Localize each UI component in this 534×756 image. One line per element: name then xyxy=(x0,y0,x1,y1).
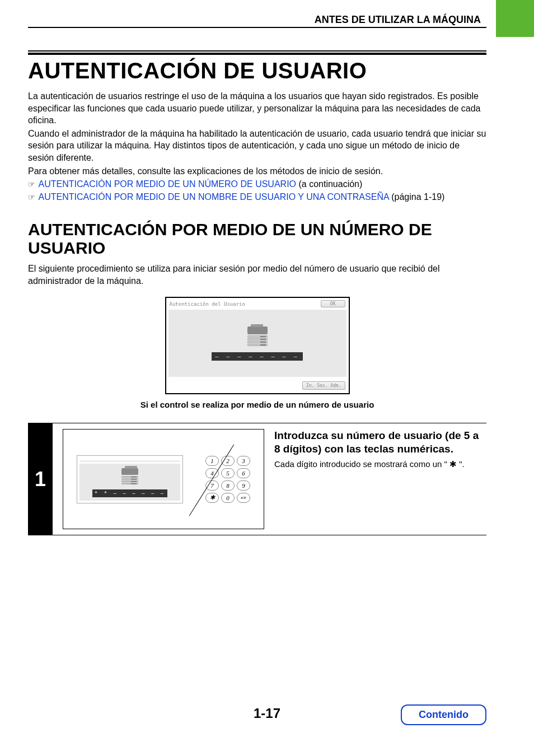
key-9[interactable]: 9 xyxy=(237,480,250,491)
key-1[interactable]: 1 xyxy=(205,456,219,466)
reference-line-2: ☞ AUTENTICACIÓN POR MEDIO DE UN NOMBRE D… xyxy=(28,191,486,203)
printer-icon xyxy=(245,326,270,347)
mini-screen: * * — — — — — — xyxy=(77,455,183,503)
title-rule xyxy=(28,50,486,55)
section-intro: El siguiente procedimiento se utiliza pa… xyxy=(28,263,486,287)
page-color-tab xyxy=(496,0,534,37)
section-header: ANTES DE UTILIZAR LA MÁQUINA xyxy=(315,14,481,26)
reference-icon: ☞ xyxy=(28,193,35,202)
key-star[interactable]: ✱ xyxy=(205,493,219,503)
reference-link-1[interactable]: AUTENTICACIÓN POR MEDIO DE UN NÚMERO DE … xyxy=(39,179,296,189)
step-illustration: * * — — — — — — 1 2 3 4 5 6 7 8 9 ✱ 0 #/… xyxy=(63,429,264,529)
panel-title: Autenticación del Usuario xyxy=(170,301,245,307)
screenshot-caption: Si el control se realiza por medio de un… xyxy=(28,400,486,409)
step-row: 1 * * — — — — — — 1 2 3 4 5 6 xyxy=(28,423,486,535)
auth-screenshot-panel: Autenticación del Usuario OK — — — — — —… xyxy=(165,297,350,394)
key-6[interactable]: 6 xyxy=(237,468,250,478)
key-3[interactable]: 3 xyxy=(237,456,250,466)
reference-link-2[interactable]: AUTENTICACIÓN POR MEDIO DE UN NOMBRE DE … xyxy=(39,192,389,202)
key-0[interactable]: 0 xyxy=(221,493,235,503)
intro-paragraph-2: Cuando el administrador de la máquina ha… xyxy=(28,128,486,164)
intro-paragraph-3: Para obtener más detalles, consulte las … xyxy=(28,165,486,178)
header-rule xyxy=(28,27,486,28)
step-heading: Introduzca su número de usuario (de 5 a … xyxy=(274,429,482,456)
key-5[interactable]: 5 xyxy=(221,468,235,478)
reference-line-1: ☞ AUTENTICACIÓN POR MEDIO DE UN NÚMERO D… xyxy=(28,178,486,190)
key-4[interactable]: 4 xyxy=(205,468,219,478)
step-number: 1 xyxy=(28,423,53,535)
reference-suffix-1: (a continuación) xyxy=(296,179,362,189)
page-title: AUTENTICACIÓN DE USUARIO xyxy=(28,58,486,83)
step-body: Cada dígito introducido se mostrará como… xyxy=(274,459,482,469)
reference-icon: ☞ xyxy=(28,180,35,189)
section-subtitle: AUTENTICACIÓN POR MEDIO DE UN NÚMERO DE … xyxy=(28,220,486,257)
key-8[interactable]: 8 xyxy=(221,480,235,491)
mini-digit-display: * * — — — — — — xyxy=(92,489,167,497)
admin-login-button[interactable]: In. Ses. Adm. xyxy=(302,381,345,390)
reference-suffix-2: (página 1-19) xyxy=(389,192,445,202)
printer-icon xyxy=(118,468,142,485)
contents-button[interactable]: Contenido xyxy=(401,704,486,725)
digit-placeholder: — — — — — — — — xyxy=(212,352,302,361)
key-hash[interactable]: #/P xyxy=(237,493,250,503)
intro-paragraph-1: La autenticación de usuarios restringe e… xyxy=(28,90,486,127)
ok-button[interactable]: OK xyxy=(321,300,345,307)
